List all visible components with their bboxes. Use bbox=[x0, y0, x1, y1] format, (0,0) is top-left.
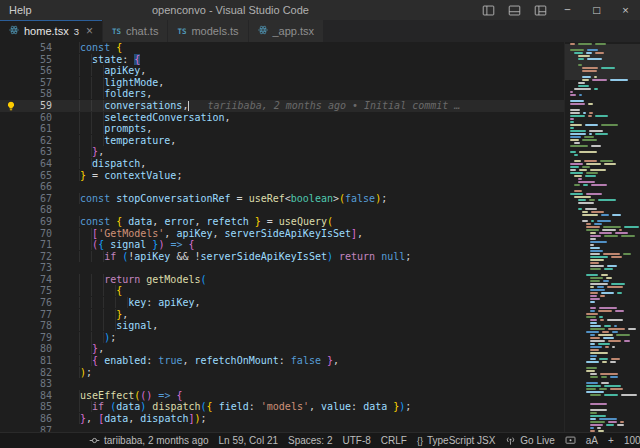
code-text: ); bbox=[68, 332, 564, 344]
code-line[interactable]: 79 ); bbox=[0, 332, 564, 344]
code-text: { enabled: true, refetchOnMount: false }… bbox=[68, 355, 564, 367]
glyph-margin bbox=[0, 77, 22, 89]
code-line[interactable]: 69 const { data, error, refetch } = useQ… bbox=[0, 216, 564, 228]
status-cursor-position[interactable]: Ln 59, Col 21 bbox=[214, 433, 284, 448]
vscode-window: Help openconvo - Visual Studio Code ─ □ … bbox=[0, 0, 640, 448]
tab-label: home.tsx bbox=[24, 25, 69, 37]
code-line[interactable]: 58 folders, bbox=[0, 88, 564, 100]
menu-help[interactable]: Help bbox=[0, 0, 41, 20]
tab-chat.ts[interactable]: TSchat.ts bbox=[103, 20, 168, 42]
tab-models.ts[interactable]: TSmodels.ts bbox=[168, 20, 248, 42]
status-zoom-level[interactable]: 100% bbox=[619, 433, 640, 448]
tab-label: chat.ts bbox=[126, 25, 158, 37]
status-encoding[interactable]: UTF-8 bbox=[338, 433, 376, 448]
code-line[interactable]: 59 conversations,tariibaba, 2 months ago… bbox=[0, 100, 564, 112]
line-number: 75 bbox=[22, 285, 52, 297]
status-screencast[interactable] bbox=[560, 433, 581, 448]
code-line[interactable]: 66 bbox=[0, 181, 564, 193]
code-area[interactable]: 54 const {55 state: {56 apiKey,57 lightM… bbox=[0, 42, 564, 432]
code-line[interactable]: 81 { enabled: true, refetchOnMount: fals… bbox=[0, 355, 564, 367]
code-line[interactable]: 72 if (!apiKey && !serverSideApiKeyIsSet… bbox=[0, 251, 564, 263]
folding-margin bbox=[52, 100, 68, 112]
code-line[interactable]: 63 }, bbox=[0, 146, 564, 158]
toggle-panel-icon[interactable] bbox=[501, 0, 527, 20]
folding-margin bbox=[52, 401, 68, 413]
glyph-margin bbox=[0, 216, 22, 228]
code-line[interactable]: 61 prompts, bbox=[0, 123, 564, 135]
code-text: dispatch, bbox=[68, 158, 564, 170]
code-line[interactable]: 75 { bbox=[0, 285, 564, 297]
line-number: 62 bbox=[22, 135, 52, 147]
toggle-sidebar-icon[interactable] bbox=[475, 0, 501, 20]
code-text: temperature, bbox=[68, 135, 564, 147]
code-line[interactable]: 68 bbox=[0, 204, 564, 216]
broadcast-icon bbox=[505, 435, 516, 446]
code-line[interactable]: 87 bbox=[0, 425, 564, 432]
line-number: 55 bbox=[22, 54, 52, 66]
code-line[interactable]: 64 dispatch, bbox=[0, 158, 564, 170]
customize-layout-icon[interactable] bbox=[527, 0, 553, 20]
code-line[interactable]: 67 const stopConversationRef = useRef<bo… bbox=[0, 193, 564, 205]
code-line[interactable]: 77 }, bbox=[0, 309, 564, 321]
code-line[interactable]: 71 ({ signal }) => { bbox=[0, 239, 564, 251]
code-line[interactable]: 78 signal, bbox=[0, 320, 564, 332]
code-text: }, bbox=[68, 309, 564, 321]
status-git-blame[interactable]: tariibaba, 2 months ago bbox=[84, 433, 214, 448]
glyph-margin bbox=[0, 88, 22, 100]
code-text: ); bbox=[68, 367, 564, 379]
folding-margin bbox=[52, 65, 68, 77]
maximize-button[interactable]: □ bbox=[582, 0, 611, 20]
code-line[interactable]: 57 lightMode, bbox=[0, 77, 564, 89]
code-text: conversations,tariibaba, 2 months ago • … bbox=[68, 100, 564, 112]
tab-label: models.ts bbox=[191, 25, 238, 37]
code-line[interactable]: 82 ); bbox=[0, 367, 564, 379]
code-line[interactable]: 60 selectedConversation, bbox=[0, 112, 564, 124]
folding-margin bbox=[52, 343, 68, 355]
code-line[interactable]: 56 apiKey, bbox=[0, 65, 564, 77]
close-button[interactable]: × bbox=[611, 0, 640, 20]
code-text bbox=[68, 204, 564, 216]
status-zoom-in[interactable]: + bbox=[603, 433, 619, 448]
line-number: 63 bbox=[22, 146, 52, 158]
lightbulb-icon[interactable] bbox=[0, 100, 22, 112]
tab-_app.tsx[interactable]: _app.tsx bbox=[249, 20, 325, 42]
minimize-button[interactable]: ─ bbox=[553, 0, 582, 20]
folding-margin bbox=[52, 42, 68, 54]
code-line[interactable]: 55 state: { bbox=[0, 54, 564, 66]
code-line[interactable]: 73 bbox=[0, 262, 564, 274]
code-line[interactable]: 74 return getModels( bbox=[0, 274, 564, 286]
code-line[interactable]: 54 const { bbox=[0, 42, 564, 54]
git-blame-annotation: tariibaba, 2 months ago • Initial commit… bbox=[207, 100, 460, 111]
code-line[interactable]: 70 ['GetModels', apiKey, serverSideApiKe… bbox=[0, 228, 564, 240]
line-number: 83 bbox=[22, 378, 52, 390]
code-line[interactable]: 65 } = contextValue; bbox=[0, 170, 564, 182]
status-eol[interactable]: CRLF bbox=[376, 433, 412, 448]
minimap[interactable] bbox=[564, 42, 640, 432]
status-font-size[interactable]: aA bbox=[581, 433, 603, 448]
status-indentation[interactable]: Spaces: 2 bbox=[283, 433, 337, 448]
tab-close-icon[interactable]: × bbox=[86, 25, 93, 37]
code-line[interactable]: 83 bbox=[0, 378, 564, 390]
line-number: 54 bbox=[22, 42, 52, 54]
code-line[interactable]: 62 temperature, bbox=[0, 135, 564, 147]
glyph-margin bbox=[0, 378, 22, 390]
code-text: { bbox=[68, 285, 564, 297]
folding-margin bbox=[52, 54, 68, 66]
code-line[interactable]: 80 }, bbox=[0, 343, 564, 355]
code-line[interactable]: 84 useEffect(() => { bbox=[0, 390, 564, 402]
folding-margin bbox=[52, 367, 68, 379]
line-number: 72 bbox=[22, 251, 52, 263]
tab-home.tsx[interactable]: home.tsx3× bbox=[0, 20, 103, 42]
glyph-margin bbox=[0, 390, 22, 402]
glyph-margin bbox=[0, 181, 22, 193]
status-language-mode[interactable]: {}TypeScript JSX bbox=[412, 433, 500, 448]
code-text bbox=[68, 181, 564, 193]
code-line[interactable]: 85 if (data) dispatch({ field: 'models',… bbox=[0, 401, 564, 413]
status-go-live[interactable]: Go Live bbox=[500, 433, 559, 448]
line-number: 74 bbox=[22, 274, 52, 286]
code-line[interactable]: 76 key: apiKey, bbox=[0, 297, 564, 309]
folding-margin bbox=[52, 135, 68, 147]
code-line[interactable]: 86 }, [data, dispatch]); bbox=[0, 413, 564, 425]
glyph-margin bbox=[0, 146, 22, 158]
glyph-margin bbox=[0, 332, 22, 344]
